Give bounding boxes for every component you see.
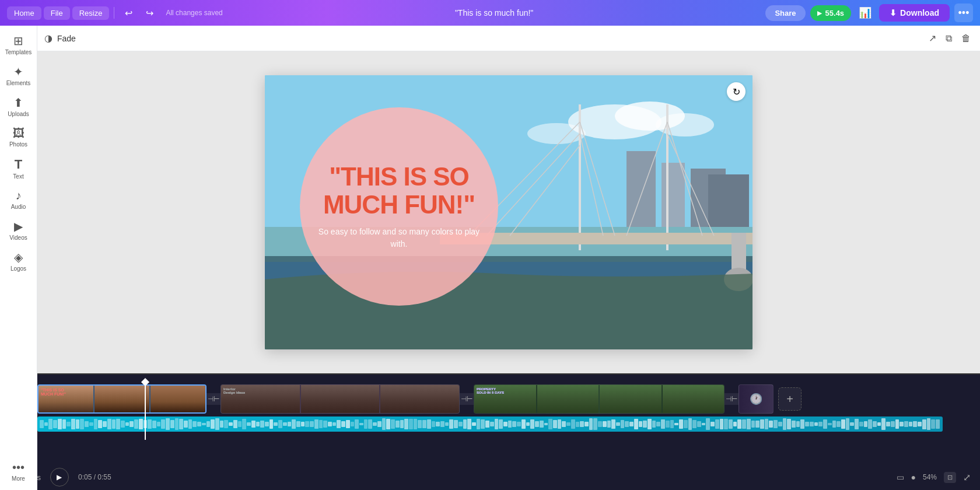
share-button[interactable]: Share bbox=[765, 5, 805, 21]
waveform-segment bbox=[495, 419, 499, 429]
time-display: 0:05 / 0:55 bbox=[78, 473, 111, 481]
download-button[interactable]: ⬇ Download bbox=[879, 4, 950, 22]
waveform-segment bbox=[48, 419, 52, 429]
redo-icon: ↪ bbox=[146, 8, 153, 19]
waveform-segment bbox=[436, 422, 440, 426]
document-title: "This is so much fun!" bbox=[455, 8, 533, 18]
expand-icon: ⤢ bbox=[963, 473, 971, 482]
sidebar-item-uploads[interactable]: ⬆ Uploads bbox=[3, 92, 34, 121]
waveform-segment bbox=[656, 422, 660, 426]
fade-icon: ◑ bbox=[44, 33, 52, 44]
time-current: 0:05 bbox=[78, 473, 92, 481]
open-external-button[interactable]: ↗ bbox=[926, 30, 939, 46]
waveform-segment bbox=[589, 418, 593, 430]
waveform-segment bbox=[459, 422, 463, 426]
fit-button[interactable]: ⊡ bbox=[944, 472, 956, 483]
sidebar-item-elements[interactable]: ✦ Elements bbox=[3, 61, 34, 90]
clip-2[interactable]: InteriorDesign Ideas InteriorDesign Idea… bbox=[220, 384, 460, 414]
waveform-segment bbox=[769, 421, 773, 427]
waveform-segment bbox=[62, 419, 66, 428]
waveform-segment bbox=[913, 421, 917, 426]
waveform-segment bbox=[422, 420, 426, 429]
sidebar-item-audio[interactable]: ♪ Audio bbox=[3, 186, 34, 214]
delete-button[interactable]: 🗑 bbox=[959, 30, 973, 46]
sidebar-item-templates[interactable]: ⊞ Templates bbox=[3, 30, 34, 59]
open-external-icon: ↗ bbox=[929, 33, 936, 43]
waveform-segment bbox=[832, 421, 836, 428]
clip-thumb-8: PROPERTYSOLD IN 8 DAYS bbox=[537, 385, 599, 413]
sidebar-item-text[interactable]: T Text bbox=[3, 153, 34, 183]
zoom-control[interactable]: ● bbox=[911, 473, 916, 482]
play-button[interactable]: ▶ bbox=[50, 468, 69, 487]
duration-button[interactable]: ▶ 55.4s bbox=[810, 5, 852, 21]
refresh-button[interactable]: ↻ bbox=[727, 82, 746, 101]
sidebar-more-label: More bbox=[12, 475, 25, 482]
clip-3[interactable]: PROPERTYSOLD IN 8 DAYS PROPERTYSOLD IN 8… bbox=[474, 384, 724, 414]
waveform-segment bbox=[674, 423, 678, 426]
waveform-segment bbox=[368, 419, 372, 429]
waveform-segment bbox=[341, 421, 345, 428]
waveform-segment bbox=[836, 421, 841, 426]
sidebar-item-logos[interactable]: ◈ Logos bbox=[3, 247, 34, 275]
waveform-segment bbox=[364, 419, 368, 429]
waveform-segment bbox=[679, 419, 683, 428]
waveform-segment bbox=[382, 418, 386, 430]
play-triangle-icon: ▶ bbox=[817, 10, 822, 16]
quote-circle[interactable]: "THIS IS SO MUCH FUN!" So easy to follow… bbox=[300, 107, 498, 306]
fit-to-screen-button[interactable]: ▭ bbox=[897, 473, 904, 482]
sidebar-item-videos[interactable]: ▶ Videos bbox=[3, 216, 34, 244]
more-options-button[interactable]: ••• bbox=[954, 4, 973, 22]
waveform-segment bbox=[922, 419, 926, 429]
resize-button[interactable]: Resize bbox=[72, 6, 110, 20]
waveform-segment bbox=[80, 419, 84, 429]
waveform-segment bbox=[175, 418, 179, 430]
sidebar-item-photos[interactable]: 🖼 Photos bbox=[3, 123, 34, 151]
waveform-visual: // Generate waveform segments const wv =… bbox=[37, 416, 943, 432]
waveform-segment bbox=[116, 419, 120, 429]
waveform-segment bbox=[796, 421, 800, 428]
expand-button[interactable]: ⤢ bbox=[963, 472, 971, 483]
redo-button[interactable]: ↪ bbox=[140, 4, 159, 22]
copy-button[interactable]: ⧉ bbox=[943, 30, 954, 46]
waveform-segment bbox=[224, 420, 228, 429]
design-canvas[interactable]: "THIS IS SO MUCH FUN!" So easy to follow… bbox=[265, 75, 752, 349]
waveform-segment bbox=[386, 419, 390, 429]
fade-label: Fade bbox=[57, 34, 76, 43]
waveform-segment bbox=[598, 421, 602, 427]
clip-4[interactable]: 🕐 bbox=[738, 384, 774, 414]
waveform-segment bbox=[535, 421, 539, 428]
elements-icon: ✦ bbox=[13, 65, 23, 79]
waveform-segment bbox=[242, 419, 246, 430]
clip-1[interactable]: "THIS IS SOMUCH FUN!" bbox=[37, 384, 206, 414]
clip-thumb-6: InteriorDesign Ideas bbox=[380, 385, 459, 413]
waveform-segment bbox=[256, 422, 260, 426]
add-clip-button[interactable]: + bbox=[778, 387, 802, 411]
topbar-right: Share ▶ 55.4s 📊 ⬇ Download ••• bbox=[765, 4, 973, 22]
waveform-segment bbox=[499, 419, 503, 429]
waveform-segment bbox=[148, 419, 152, 429]
waveform-segment bbox=[319, 420, 323, 428]
waveform-segment bbox=[377, 421, 382, 428]
file-button[interactable]: File bbox=[44, 6, 70, 20]
uploads-icon: ⬆ bbox=[13, 96, 23, 110]
waveform-track[interactable]: // Generate waveform segments const wv =… bbox=[37, 416, 943, 432]
video-track: "THIS IS SOMUCH FUN!" ⊣⊢ InteriorDesign … bbox=[37, 384, 802, 414]
waveform-segment bbox=[76, 419, 80, 429]
sidebar-item-more[interactable]: ••• More bbox=[3, 457, 34, 485]
waveform-segment bbox=[139, 419, 143, 429]
waveform-segment bbox=[616, 422, 620, 426]
stats-button[interactable]: 📊 bbox=[856, 4, 874, 22]
waveform-segment bbox=[188, 419, 192, 428]
waveform-segment bbox=[895, 419, 900, 428]
waveform-segment bbox=[463, 419, 467, 428]
clip3-label-4: PROPERTYSOLD IN 8 DAYS bbox=[477, 387, 504, 394]
waveform-segment bbox=[571, 419, 575, 429]
waveform-segment bbox=[818, 422, 822, 427]
waveform-segment bbox=[566, 422, 570, 426]
stats-icon: 📊 bbox=[859, 6, 872, 19]
undo-button[interactable]: ↩ bbox=[119, 4, 138, 22]
waveform-segment bbox=[238, 421, 242, 427]
main-quote-text: "THIS IS SO MUCH FUN!" bbox=[317, 163, 481, 219]
waveform-segment bbox=[472, 422, 476, 426]
home-button[interactable]: Home bbox=[7, 6, 41, 20]
